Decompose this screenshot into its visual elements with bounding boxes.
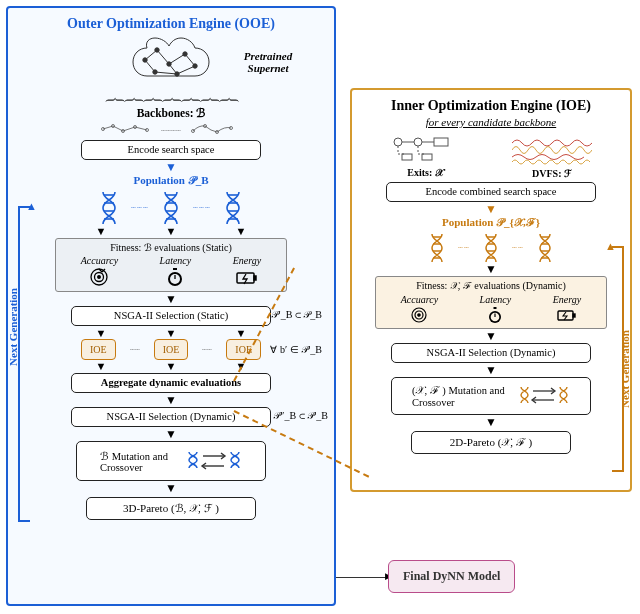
- supernet-block: Pretrained Supernet: [16, 36, 326, 96]
- arrow-icon: ▼: [16, 396, 326, 404]
- dna-icon: [223, 190, 243, 224]
- brain-icon: [127, 36, 215, 90]
- fitness-title: Fitness: 𝒳, ℱ evaluations (Dynamic): [380, 280, 602, 292]
- svg-rect-33: [173, 268, 177, 270]
- stopwatch-icon: [165, 267, 185, 287]
- stopwatch-icon: [486, 306, 504, 324]
- svg-point-57: [418, 314, 420, 316]
- fitness-latency: Latency: [160, 255, 192, 288]
- fitness-energy: Energy: [233, 255, 262, 288]
- ioe-dna-row: ┄┄ ┄┄: [360, 232, 622, 262]
- ioe-fitness-box: Fitness: 𝒳, ℱ evaluations (Dynamic) Accu…: [375, 276, 607, 329]
- arrow-icon: ▼: [16, 484, 326, 492]
- crossover-icon: [518, 382, 570, 410]
- ooe-title: Outer Optimization Engine (OOE): [16, 16, 326, 32]
- arrow-up-icon: ▲: [605, 240, 616, 252]
- arrow-icon: ▼: [360, 366, 622, 374]
- ooe-loop-line: [18, 206, 30, 522]
- dna-icon: [536, 232, 554, 262]
- svg-rect-60: [494, 307, 497, 309]
- battery-icon: [556, 306, 578, 324]
- arrow-icon: ▼: [360, 205, 622, 213]
- nsga-static-note: 𝒫′_B ⊂ 𝒫_B: [271, 309, 322, 321]
- svg-point-30: [98, 276, 101, 279]
- dvfs-label: DVFS: ℱ: [512, 168, 592, 179]
- fitness-title: Fitness: ℬ evaluations (Static): [60, 242, 282, 253]
- battery-icon: [235, 267, 259, 287]
- arrow-icon: ▼: [360, 265, 622, 273]
- ioe-inputs-row: Exits: 𝒳 DVFS: ℱ: [364, 134, 618, 179]
- dvfs-waves-icon: [512, 135, 592, 165]
- svg-rect-35: [254, 276, 256, 280]
- fitness-energy: Energy: [553, 294, 582, 325]
- ooe-loop-label: Next Generation: [7, 288, 19, 366]
- svg-rect-41: [402, 154, 412, 160]
- ooe-encode-box: Encode search space: [81, 140, 261, 160]
- supernet-label: Pretrained Supernet: [238, 50, 298, 74]
- target-icon: [410, 306, 428, 324]
- ooe-population-label: Population 𝒫_B: [16, 174, 326, 187]
- dna-icon: [161, 190, 181, 224]
- ioe-nsga-box: NSGA-II Selection (Dynamic): [391, 343, 591, 363]
- dna-icon: [428, 232, 446, 262]
- arrow-icon: ▼: [360, 332, 622, 340]
- aggregate-box: Aggregate dynamic evaluations: [71, 373, 271, 393]
- ioe-forall-note: ∀ b′ ∈ 𝒫′_B: [270, 344, 322, 356]
- svg-rect-62: [573, 314, 575, 317]
- arrow-icon: ▼: [16, 163, 326, 171]
- svg-rect-40: [434, 138, 448, 146]
- ooe-pareto-box: 3D-Pareto (ℬ, 𝒳, ℱ ): [86, 497, 256, 520]
- backbone-graphs: ┄┄┄┄: [16, 123, 326, 137]
- svg-point-38: [394, 138, 402, 146]
- backbones-label: Backbones: ℬ: [16, 106, 326, 120]
- ioe-box: IOE: [154, 339, 189, 360]
- exits-block: Exits: 𝒳: [390, 134, 460, 179]
- arrow-up-icon: ▲: [26, 200, 37, 212]
- crossover-icon: [186, 446, 242, 476]
- final-model-box: Final DyNN Model: [388, 560, 515, 593]
- exits-label: Exits: 𝒳: [390, 167, 460, 179]
- ioe-box: IOE: [226, 339, 261, 360]
- ioe-mutation-box: (𝒳, ℱ ) Mutation and Crossover: [391, 377, 591, 415]
- fitness-accuracy: Accuarcy: [81, 255, 118, 288]
- arrow-icon: ▼: [360, 418, 622, 426]
- fitness-accuracy: Accuarcy: [401, 294, 438, 325]
- ooe-dna-row: ┄┄┄ ┄┄┄: [16, 190, 326, 224]
- arrow-row: ▼▼▼: [66, 329, 276, 337]
- dvfs-block: DVFS: ℱ: [512, 135, 592, 179]
- ooe-mutation-box: ℬ Mutation and Crossover: [76, 441, 266, 481]
- target-icon: [89, 267, 109, 287]
- svg-point-39: [414, 138, 422, 146]
- nsga-dynamic-box: NSGA-II Selection (Dynamic): [71, 407, 271, 427]
- ioe-pareto-box: 2D-Pareto (𝒳, ℱ ): [411, 431, 571, 454]
- dna-icon: [99, 190, 119, 224]
- ooe-fitness-box: Fitness: ℬ evaluations (Static) Accuarcy…: [55, 238, 287, 292]
- nsga-static-box: NSGA-II Selection (Static): [71, 306, 271, 326]
- ioe-population-label: Population 𝒫_{𝒳,ℱ}: [360, 216, 622, 229]
- ioe-box: IOE: [81, 339, 116, 360]
- ioe-panel: Inner Optimization Engine (IOE) for ever…: [350, 88, 632, 492]
- ioe-encode-box: Encode combined search space: [386, 182, 596, 202]
- ioe-title: Inner Optimization Engine (IOE): [360, 98, 622, 114]
- ioe-loop-label: Next Generation: [619, 330, 631, 408]
- pareto-to-final-connector: [336, 577, 388, 578]
- ioe-subtitle: for every candidate backbone: [360, 116, 622, 128]
- dna-icon: [482, 232, 500, 262]
- nsga-dyn-note: 𝒫″_B ⊂ 𝒫′_B: [273, 410, 328, 422]
- fitness-latency: Latency: [480, 294, 512, 325]
- ooe-panel: Outer Optimization Engine (OOE) Pretrain…: [6, 6, 336, 606]
- arrow-row: ▼▼▼: [66, 227, 276, 235]
- svg-rect-42: [422, 154, 432, 160]
